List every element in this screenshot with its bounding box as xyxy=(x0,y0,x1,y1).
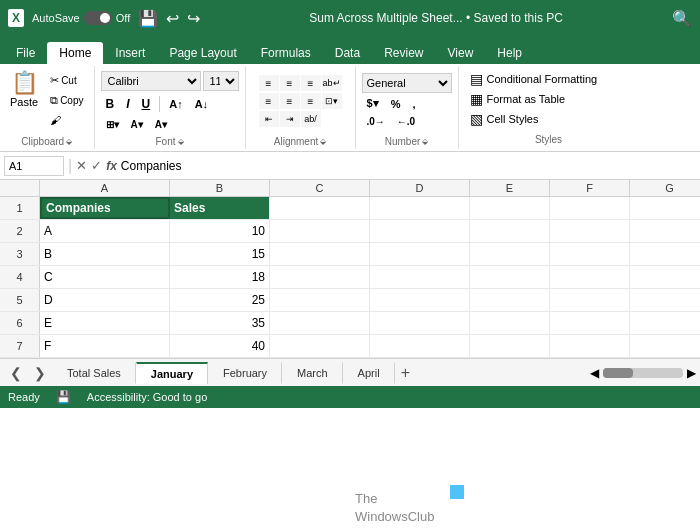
cell-a3[interactable]: B xyxy=(40,243,170,265)
tab-insert[interactable]: Insert xyxy=(103,42,157,64)
decrease-decimal-button[interactable]: ←.0 xyxy=(392,114,420,129)
add-sheet-button[interactable]: + xyxy=(395,362,416,384)
cell-d1[interactable] xyxy=(370,197,470,219)
tab-data[interactable]: Data xyxy=(323,42,372,64)
cell-g2[interactable] xyxy=(630,220,700,242)
horizontal-scrollbar[interactable] xyxy=(603,368,683,378)
border-button[interactable]: ⊞▾ xyxy=(101,117,124,132)
cell-d7[interactable] xyxy=(370,335,470,357)
cell-g7[interactable] xyxy=(630,335,700,357)
cell-f1[interactable] xyxy=(550,197,630,219)
cell-reference-box[interactable]: A1 xyxy=(4,156,64,176)
conditional-formatting-button[interactable]: ▤ Conditional Formatting xyxy=(467,70,601,88)
cell-b1[interactable]: Sales xyxy=(170,197,270,219)
align-left-button[interactable]: ≡ xyxy=(259,93,279,109)
tab-file[interactable]: File xyxy=(4,42,47,64)
cell-d4[interactable] xyxy=(370,266,470,288)
cell-e6[interactable] xyxy=(470,312,550,334)
confirm-icon[interactable]: ✓ xyxy=(91,158,102,173)
autosave-toggle[interactable] xyxy=(84,11,112,25)
font-size-select[interactable]: 11 xyxy=(203,71,239,91)
cell-e4[interactable] xyxy=(470,266,550,288)
cell-b5[interactable]: 25 xyxy=(170,289,270,311)
number-format-select[interactable]: General xyxy=(362,73,452,93)
cell-c5[interactable] xyxy=(270,289,370,311)
bold-button[interactable]: B xyxy=(101,95,120,113)
cell-e5[interactable] xyxy=(470,289,550,311)
sheet-tab-april[interactable]: April xyxy=(343,362,395,384)
col-header-g[interactable]: G xyxy=(630,180,700,196)
merge-button[interactable]: ⊡▾ xyxy=(322,93,342,109)
copy-button[interactable]: ⧉ Copy xyxy=(46,92,87,109)
cell-d3[interactable] xyxy=(370,243,470,265)
font-color-button[interactable]: A▾ xyxy=(150,117,172,132)
cell-e1[interactable] xyxy=(470,197,550,219)
scrollbar-right[interactable]: ▶ xyxy=(687,366,696,380)
cell-a2[interactable]: A xyxy=(40,220,170,242)
tab-page-layout[interactable]: Page Layout xyxy=(157,42,248,64)
cell-a5[interactable]: D xyxy=(40,289,170,311)
cell-a1[interactable]: Companies xyxy=(40,197,170,219)
italic-button[interactable]: I xyxy=(121,95,134,113)
col-header-d[interactable]: D xyxy=(370,180,470,196)
tab-home[interactable]: Home xyxy=(47,42,103,64)
cell-e7[interactable] xyxy=(470,335,550,357)
fx-icon[interactable]: fx xyxy=(106,159,117,173)
cell-e2[interactable] xyxy=(470,220,550,242)
tab-formulas[interactable]: Formulas xyxy=(249,42,323,64)
align-top-left-button[interactable]: ≡ xyxy=(259,75,279,91)
cell-f7[interactable] xyxy=(550,335,630,357)
align-right-button[interactable]: ≡ xyxy=(301,93,321,109)
underline-button[interactable]: U xyxy=(137,95,156,113)
font-family-select[interactable]: Calibri xyxy=(101,71,201,91)
cell-g1[interactable] xyxy=(630,197,700,219)
search-icon[interactable]: 🔍 xyxy=(672,9,692,28)
cell-g5[interactable] xyxy=(630,289,700,311)
col-header-c[interactable]: C xyxy=(270,180,370,196)
cell-d5[interactable] xyxy=(370,289,470,311)
cell-g6[interactable] xyxy=(630,312,700,334)
cell-c7[interactable] xyxy=(270,335,370,357)
sheet-tab-january[interactable]: January xyxy=(136,362,208,384)
increase-indent-button[interactable]: ⇥ xyxy=(280,111,300,127)
scrollbar-left[interactable]: ◀ xyxy=(590,366,599,380)
increase-font-button[interactable]: A↑ xyxy=(164,96,187,112)
format-as-table-button[interactable]: ▦ Format as Table xyxy=(467,90,569,108)
wrap-text-button[interactable]: ab↵ xyxy=(322,75,342,91)
cell-a4[interactable]: C xyxy=(40,266,170,288)
decrease-indent-button[interactable]: ⇤ xyxy=(259,111,279,127)
col-header-e[interactable]: E xyxy=(470,180,550,196)
cell-g3[interactable] xyxy=(630,243,700,265)
format-painter-button[interactable]: 🖌 xyxy=(46,112,87,128)
cut-button[interactable]: ✂ Cut xyxy=(46,72,87,89)
cell-f3[interactable] xyxy=(550,243,630,265)
cell-c2[interactable] xyxy=(270,220,370,242)
cell-f5[interactable] xyxy=(550,289,630,311)
orientation-button[interactable]: ab/ xyxy=(301,111,321,127)
undo-icon[interactable]: ↩ xyxy=(166,9,179,28)
sheet-tab-total-sales[interactable]: Total Sales xyxy=(52,362,136,384)
col-header-f[interactable]: F xyxy=(550,180,630,196)
decrease-font-button[interactable]: A↓ xyxy=(190,96,213,112)
cell-c3[interactable] xyxy=(270,243,370,265)
cell-c4[interactable] xyxy=(270,266,370,288)
cell-e3[interactable] xyxy=(470,243,550,265)
cell-b2[interactable]: 10 xyxy=(170,220,270,242)
tab-view[interactable]: View xyxy=(436,42,486,64)
cell-c1[interactable] xyxy=(270,197,370,219)
cell-b7[interactable]: 40 xyxy=(170,335,270,357)
col-header-a[interactable]: A xyxy=(40,180,170,196)
save-icon[interactable]: 💾 xyxy=(138,9,158,28)
sheet-nav-right[interactable]: ❯ xyxy=(28,363,52,383)
align-top-center-button[interactable]: ≡ xyxy=(280,75,300,91)
align-center-button[interactable]: ≡ xyxy=(280,93,300,109)
cell-styles-button[interactable]: ▧ Cell Styles xyxy=(467,110,542,128)
formula-input[interactable] xyxy=(121,159,696,173)
cell-a7[interactable]: F xyxy=(40,335,170,357)
tab-review[interactable]: Review xyxy=(372,42,435,64)
cell-f2[interactable] xyxy=(550,220,630,242)
sheet-tab-february[interactable]: February xyxy=(208,362,282,384)
cell-f4[interactable] xyxy=(550,266,630,288)
align-top-right-button[interactable]: ≡ xyxy=(301,75,321,91)
cell-d6[interactable] xyxy=(370,312,470,334)
